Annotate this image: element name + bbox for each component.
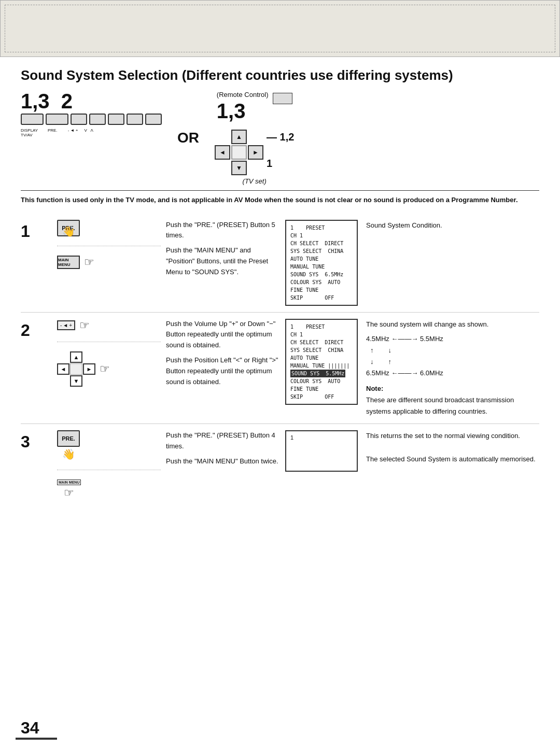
s2-line-2: CH 1 — [290, 331, 353, 338]
s2-line-5: AUTO TUNE — [290, 354, 353, 362]
step-1-icons: PRE. 👋 MAIN MENU — [57, 220, 161, 269]
step-1-screen: 1 PRESET CH 1 CH SELECT DIRECT SYS SELEC… — [285, 220, 358, 306]
nav-up: ▲ — [70, 351, 82, 363]
hand-under-pre: 👋 — [57, 225, 80, 237]
remote-step-num: 1,3 — [217, 100, 246, 122]
vol-arrow: ◄ — [63, 322, 68, 328]
step-3-inst-1: Push the "PRE." (PRESET) Button 4 times. — [166, 430, 280, 452]
step-1-result-text: Sound System Condition. — [366, 221, 442, 229]
screen-line-4: SYS SELECT CHINA — [290, 247, 353, 255]
step-1-inst-2: Push the "MAIN MENU" and "Position" Butt… — [166, 245, 280, 277]
step-3-result-2: The selected Sound System is automatical… — [366, 454, 536, 465]
screen-line-2: CH 1 — [290, 232, 353, 239]
remote-label-1: 1 — [267, 158, 294, 170]
svg-rect-0 — [273, 93, 292, 104]
step-2-instructions: Push the Volume Up "+" or Down "−" Butto… — [166, 319, 280, 392]
step-3-number: 3 — [21, 430, 52, 451]
arrow-left[interactable]: ◄ — [215, 145, 230, 160]
label-vol: - ◄ + — [68, 128, 78, 137]
step-2-result-4: ↓ ↑ — [370, 356, 539, 368]
pre-icon-group: PRE. 👋 — [57, 220, 80, 236]
screen-line-1: 1 PRESET — [290, 224, 353, 232]
main-menu-icon-group: MAIN MENU ☞ — [57, 256, 94, 269]
step-3-inst-2: Push the "MAIN MENU" Button twice. — [166, 456, 280, 467]
hand-icon-5-wrap: ☞ — [57, 486, 81, 500]
main-menu-box: MAIN MENU — [57, 256, 80, 269]
tv-controls-section: 1,3 2 DISPLAY TV/AV PRE. — [21, 91, 162, 137]
page-number: 34 — [21, 718, 39, 738]
main-menu-icon-3: MAIN MENU ☞ — [57, 479, 81, 500]
btn-display — [21, 114, 44, 125]
step-1-inst-1: Push the "PRE." (PRESET) Button 5 times. — [166, 220, 280, 242]
steps-container: 1 PRE. 👋 — [21, 214, 539, 506]
or-text: OR — [177, 130, 199, 146]
channel-select-svg — [273, 93, 292, 104]
step-1-screen-result: 1 PRESET CH 1 CH SELECT DIRECT SYS SELEC… — [285, 220, 539, 306]
hand-under-pre-3: 👋 — [57, 448, 80, 460]
hand-icon-1: ☞ — [84, 256, 94, 269]
s2-line-7: SOUND SYS 5.5MHz — [290, 370, 353, 377]
sep-2 — [57, 342, 161, 342]
label-display: DISPLAY TV/AV — [21, 128, 44, 137]
sep-1 — [57, 246, 161, 246]
step-2-screen: 1 PRESET CH 1 CH SELECT DIRECT SYS SELEC… — [285, 319, 358, 405]
main-menu-text: MAIN MENU — [58, 258, 79, 267]
screen-line-9: FINE TUNE — [290, 286, 353, 294]
pre-icon-group-3: PRE. 👋 — [57, 430, 80, 460]
arrow-down[interactable]: ▼ — [231, 161, 247, 175]
step-2-inst-2: Push the Position Left "<" or Right ">" … — [166, 355, 280, 387]
btn-minus — [89, 114, 106, 125]
arrow-down-left: ↓ — [370, 356, 374, 368]
step-row-3: 3 PRE. 👋 — [21, 424, 539, 506]
nav-left: ◄ — [57, 363, 69, 375]
btn-tvav — [46, 114, 68, 125]
tv-buttons-image: DISPLAY TV/AV PRE. - ◄ + V Λ — [21, 114, 162, 137]
screen-line-7: SOUND SYS 6.5MHz — [290, 271, 353, 278]
arrow-up-left: ↑ — [370, 345, 374, 356]
step-2-result-5: 6.5MHz ←——→ 6.0MHz — [366, 368, 539, 379]
s2-line-10: SKIP OFF — [290, 393, 353, 401]
note-label: Note: — [366, 383, 539, 394]
btn-a — [145, 114, 162, 125]
main-menu-icon-group-3: MAIN MENU ☞ — [57, 479, 81, 500]
function-note: This function is used only in the TV mod… — [21, 190, 539, 205]
pre-button-icon-3: PRE. 👋 — [57, 430, 80, 460]
arrow-up-right: ↑ — [388, 356, 392, 368]
step-2-result-1: The sound system will change as shown. — [366, 319, 539, 330]
step-2-number: 2 — [21, 319, 52, 340]
screen-line-8: COLOUR SYS AUTO — [290, 278, 353, 286]
arrow-up[interactable]: ▲ — [231, 130, 247, 144]
sep-3 — [57, 470, 161, 470]
main-menu-icon: MAIN MENU — [57, 256, 80, 269]
arrow-right[interactable]: ► — [248, 145, 263, 160]
step-3-instructions: Push the "PRE." (PRESET) Button 4 times.… — [166, 430, 280, 471]
step-2-screen-result: 1 PRESET CH 1 CH SELECT DIRECT SYS SELEC… — [285, 319, 539, 418]
page-title: Sound System Selection (Different countr… — [21, 67, 539, 83]
step-3-icons: PRE. 👋 MAIN MENU ☞ — [57, 430, 161, 500]
arrow-down-right: ↓ — [388, 345, 392, 356]
content-area: Sound System Selection (Different countr… — [0, 62, 560, 527]
step-1-number: 1 — [21, 220, 52, 241]
step-num-13-2: 1,3 2 — [21, 91, 73, 111]
step-1-result: Sound System Condition. — [366, 220, 442, 231]
screen-line-3: CH SELECT DIRECT — [290, 239, 353, 247]
vol-minus: - — [60, 322, 62, 328]
step-row-1: 1 PRE. 👋 — [21, 214, 539, 313]
note-text: These are different sound broadcast tran… — [366, 394, 539, 417]
button-row — [21, 114, 162, 125]
step-1-instructions: Push the "PRE." (PRESET) Button 5 times.… — [166, 220, 280, 282]
step-2-result-2: 4.5MHz ←——→ 5.5MHz — [366, 333, 539, 345]
step-3-screen: 1 — [285, 430, 358, 472]
btn-plus — [108, 114, 124, 125]
step-3-result: This returns the set to the normal viewi… — [366, 430, 536, 464]
s2-line-6: MANUAL TUNE ||||||| — [290, 362, 353, 370]
remote-channel-icon — [273, 93, 292, 106]
step-3-screen-result: 1 This returns the set to the normal vie… — [285, 430, 539, 472]
s2-line-4: SYS SELECT CHINA — [290, 346, 353, 354]
hand-icon-2: ☞ — [79, 319, 90, 332]
step-numbers-top: 1,3 2 — [21, 91, 73, 111]
step-2-result: The sound system will change as shown. 4… — [366, 319, 539, 418]
remote-section: (Remote Control) 1,3 ▲ — [215, 91, 294, 185]
step-3-screen-text: 1 — [290, 434, 293, 441]
button-labels: DISPLAY TV/AV PRE. - ◄ + V Λ — [21, 128, 93, 137]
